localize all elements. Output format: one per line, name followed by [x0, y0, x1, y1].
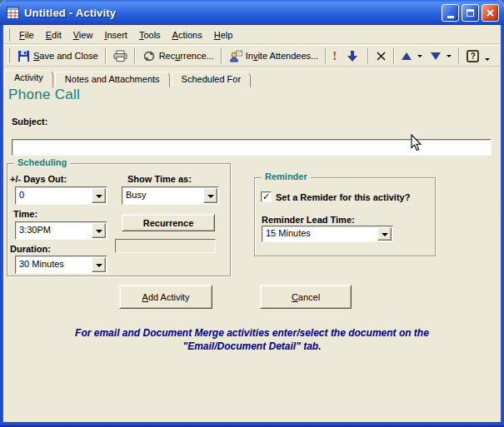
page-title: Phone Call — [8, 87, 80, 103]
recurrence-button[interactable]: Recurrence — [122, 214, 215, 231]
recurrence-pattern-field — [115, 239, 216, 253]
window-border-right — [501, 23, 504, 427]
menubar: File Edit View Insert Tools Actions Help — [3, 26, 501, 44]
days-out-combobox[interactable]: 0 — [15, 186, 107, 205]
days-out-label: +/- Days Out: — [10, 174, 67, 184]
tab-notes-and-attachments[interactable]: Notes and Attachments — [55, 72, 170, 87]
titlebar: Untitled - Activity — [0, 0, 504, 25]
minimize-icon — [447, 16, 454, 18]
time-dropdown-button[interactable] — [92, 223, 106, 238]
footer-note: For email and Document Merge activities … — [0, 326, 504, 353]
window-title: Untitled - Activity — [24, 7, 442, 19]
menu-actions[interactable]: Actions — [167, 27, 208, 42]
recurrence-icon — [142, 50, 156, 62]
mouse-cursor — [411, 134, 422, 152]
lead-time-label: Reminder Lead Time: — [262, 215, 355, 225]
toolbar-separator — [105, 47, 107, 64]
save-icon — [17, 50, 30, 62]
save-and-close-button[interactable]: Save and Close — [13, 47, 102, 65]
menu-insert[interactable]: Insert — [98, 27, 133, 42]
printer-icon — [113, 50, 127, 62]
chevron-down-icon — [96, 195, 102, 198]
menu-file[interactable]: File — [13, 27, 40, 42]
close-button[interactable] — [482, 4, 499, 22]
activity-window: Untitled - Activity File Edit View Inser… — [0, 0, 504, 427]
time-label: Time: — [13, 209, 37, 219]
menu-help[interactable]: Help — [208, 27, 239, 42]
menubar-grip[interactable] — [7, 28, 10, 42]
show-time-as-dropdown-button[interactable] — [203, 188, 217, 203]
days-out-dropdown-button[interactable] — [92, 188, 106, 203]
toolbar-separator — [458, 47, 460, 64]
window-border-bottom — [0, 422, 504, 427]
subject-label: Subject: — [12, 117, 47, 127]
close-icon — [486, 8, 495, 17]
scheduling-group-label: Scheduling — [14, 157, 70, 167]
duration-label: Duration: — [10, 244, 51, 254]
days-out-value: 0 — [16, 187, 91, 204]
help-button[interactable]: ? — [462, 47, 494, 65]
menu-view[interactable]: View — [67, 27, 99, 42]
lead-time-value: 15 Minutes — [262, 226, 377, 241]
set-reminder-label: Set a Remider for this activity? — [276, 192, 410, 202]
toolbar-separator — [367, 47, 369, 64]
lead-time-dropdown-button[interactable] — [377, 227, 392, 241]
app-icon — [7, 7, 19, 19]
toolbar-separator — [221, 47, 222, 64]
show-time-as-combobox[interactable]: Busy — [122, 186, 219, 205]
invite-attendees-button[interactable]: Invite Attendees... — [225, 47, 322, 65]
high-importance-button[interactable]: ! — [329, 47, 340, 65]
show-time-as-value: Busy — [122, 187, 202, 204]
menu-tools[interactable]: Tools — [133, 27, 167, 42]
recurrence-toolbar-button[interactable]: Recurrence... — [138, 47, 218, 65]
window-border-left — [0, 23, 3, 427]
low-importance-button[interactable] — [340, 47, 365, 65]
duration-value: 30 Minutes — [16, 256, 91, 273]
reminder-group: Reminder ✓ Set a Remider for this activi… — [254, 177, 436, 256]
maximize-icon — [467, 9, 474, 17]
chevron-down-icon — [96, 264, 102, 267]
time-combobox[interactable]: 3:30PM — [15, 221, 107, 240]
next-item-button[interactable] — [427, 47, 456, 65]
chevron-down-icon — [382, 233, 388, 236]
chevron-down-icon — [417, 55, 422, 57]
chevron-down-icon — [485, 58, 490, 61]
maximize-button[interactable] — [462, 4, 479, 22]
triangle-up-icon — [402, 52, 412, 60]
duration-dropdown-button[interactable] — [92, 257, 106, 272]
help-icon: ? — [467, 50, 479, 62]
menu-edit[interactable]: Edit — [40, 27, 67, 42]
footer-note-line2: "Email/Document Detail" tab. — [0, 340, 504, 353]
chevron-down-icon — [447, 55, 452, 57]
duration-combobox[interactable]: 30 Minutes — [15, 256, 107, 274]
toolbar: Save and Close Recurrence... — [3, 45, 501, 67]
print-button[interactable] — [109, 47, 132, 65]
minimize-button[interactable] — [442, 4, 459, 22]
tab-strip: Activity Notes and Attachments Scheduled… — [4, 70, 252, 87]
toolbar-separator — [325, 47, 327, 64]
arrow-down-icon — [344, 51, 361, 62]
toolbar-grip[interactable] — [7, 48, 10, 63]
tab-activity[interactable]: Activity — [4, 70, 53, 87]
chevron-down-icon — [207, 195, 214, 198]
show-time-as-label: Show Time as: — [127, 174, 192, 184]
time-value: 3:30PM — [16, 222, 91, 239]
previous-item-button[interactable] — [397, 47, 427, 65]
chevron-down-icon — [96, 230, 102, 233]
reminder-group-label: Reminder — [262, 171, 311, 181]
add-activity-button[interactable]: Add Activity — [119, 285, 212, 309]
scheduling-group: Scheduling +/- Days Out: 0 Show Time as:… — [7, 163, 231, 276]
delete-x-icon — [376, 51, 387, 62]
set-reminder-checkbox[interactable]: ✓ — [261, 191, 272, 202]
cancel-button[interactable]: Cancel — [260, 285, 352, 309]
tab-scheduled-for[interactable]: Scheduled For — [172, 72, 252, 87]
toolbar-separator — [393, 47, 395, 64]
footer-note-line1: For email and Document Merge activities … — [0, 326, 504, 340]
delete-button[interactable] — [372, 47, 391, 65]
toolbar-separator — [134, 47, 136, 64]
invite-attendees-icon — [229, 50, 242, 62]
triangle-down-icon — [431, 52, 441, 60]
lead-time-combobox[interactable]: 15 Minutes — [262, 226, 393, 242]
